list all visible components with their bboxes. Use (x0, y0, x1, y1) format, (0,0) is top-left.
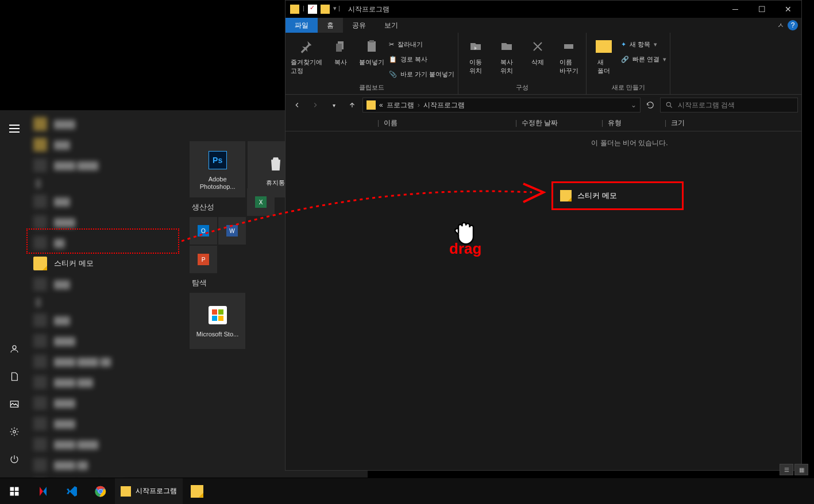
taskbar-app-explorer[interactable]: 시작프로그램 (115, 478, 183, 504)
taskbar-app-vscode[interactable] (57, 478, 86, 504)
tab-home[interactable]: 홈 (318, 18, 343, 33)
start-button[interactable] (0, 478, 29, 504)
empty-folder-message: 이 폴더는 비어 있습니다. (286, 131, 801, 148)
annotation-drag-label: drag (449, 240, 481, 258)
copy-to-button[interactable]: 복사 위치 (493, 35, 520, 82)
app-item[interactable]: ████ ████ (29, 155, 184, 176)
col-type[interactable]: |유형 (601, 118, 665, 128)
search-input[interactable]: 시작프로그램 검색 (660, 98, 798, 113)
paste-shortcut-button[interactable]: 📎바로 가기 붙여넣기 (389, 67, 454, 81)
forward-button[interactable] (307, 97, 323, 113)
tile-powerpoint[interactable]: P (190, 246, 217, 273)
rename-button[interactable]: 이름 바꾸기 (555, 35, 582, 82)
taskbar: 시작프로그램 (0, 478, 814, 504)
titlebar: | ▾ | 시작프로그램 ─ ☐ ✕ (286, 1, 801, 18)
svg-point-15 (99, 489, 102, 493)
app-item[interactable]: ████ ████ █████ (29, 475, 184, 478)
svg-point-0 (13, 346, 16, 349)
minimize-button[interactable]: ─ (722, 1, 749, 18)
settings-icon[interactable] (0, 418, 29, 445)
user-icon[interactable] (0, 335, 29, 363)
paste-button[interactable]: 붙여넣기 (358, 35, 385, 82)
app-item[interactable]: ████ (29, 212, 184, 232)
col-size[interactable]: |크기 (665, 118, 705, 128)
tile-store[interactable]: Microsoft Sto... (190, 293, 245, 349)
sticky-notes-icon (191, 485, 203, 498)
collapse-ribbon-icon[interactable]: ㅅ (777, 21, 784, 30)
help-icon[interactable]: ? (788, 20, 798, 30)
app-item[interactable]: ████ (29, 413, 184, 434)
svg-rect-7 (564, 44, 573, 49)
back-button[interactable] (289, 97, 305, 113)
recent-button[interactable]: ▾ (326, 97, 342, 113)
rename-icon (560, 37, 578, 56)
power-icon[interactable] (0, 445, 29, 473)
app-item[interactable]: ███ (29, 310, 184, 331)
app-item[interactable]: ████ (29, 331, 184, 351)
documents-icon[interactable] (0, 363, 29, 390)
recycle-bin-icon (264, 152, 288, 176)
start-menu-rail (0, 110, 29, 478)
list-header: █ (29, 176, 184, 191)
breadcrumb-startup[interactable]: 시작프로그램 (423, 100, 465, 110)
app-item[interactable]: ███ (29, 134, 184, 155)
app-item[interactable]: ████ ████ ██ (29, 351, 184, 372)
tab-view[interactable]: 보기 (375, 18, 407, 33)
new-item-button[interactable]: ✦새 항목 ▾ (621, 37, 666, 51)
app-item[interactable]: ████ ████ (29, 434, 184, 455)
taskbar-app-snip[interactable] (29, 478, 57, 504)
app-item[interactable]: ██ (29, 232, 184, 253)
cut-icon: ✂ (389, 41, 394, 48)
app-item[interactable]: ████ ██ (29, 455, 184, 475)
view-toggle: ☰ ▦ (780, 464, 808, 475)
sticky-notes-label: 스티커 메모 (54, 258, 94, 269)
organize-group-label: 구성 (462, 82, 582, 92)
app-item[interactable]: ███ (29, 274, 184, 294)
tile-outlook[interactable]: O (190, 217, 217, 245)
col-date[interactable]: |수정한 날짜 (515, 118, 601, 128)
app-item[interactable]: ████ (29, 393, 184, 413)
maximize-button[interactable]: ☐ (749, 1, 775, 18)
check-icon (308, 5, 317, 14)
app-item[interactable]: ████ ███ (29, 372, 184, 393)
close-button[interactable]: ✕ (775, 1, 801, 18)
up-button[interactable] (344, 97, 360, 113)
sticky-notes-app-item[interactable]: 스티커 메모 (29, 253, 184, 274)
tab-share[interactable]: 공유 (343, 18, 375, 33)
icons-view-button[interactable]: ▦ (794, 464, 808, 475)
app-item[interactable]: ████ (29, 114, 184, 134)
taskbar-app-chrome[interactable] (86, 478, 115, 504)
easy-access-button[interactable]: 🔗빠른 연결 ▾ (621, 52, 666, 66)
delete-button[interactable]: 삭제 (524, 35, 551, 82)
copy-path-button[interactable]: 📋경로 복사 (389, 52, 454, 66)
window-title: 시작프로그램 (345, 5, 389, 14)
address-bar[interactable]: « 프로그램 › 시작프로그램 ⌄ (362, 98, 641, 113)
svg-rect-4 (336, 44, 342, 52)
search-icon (665, 101, 673, 109)
taskbar-app-sticky-notes[interactable] (183, 478, 211, 504)
cut-button[interactable]: ✂잘라내기 (389, 37, 454, 51)
col-name[interactable]: |이름 (377, 118, 515, 128)
hamburger-icon[interactable] (0, 115, 29, 142)
list-header: █ (29, 294, 184, 310)
copy-button[interactable]: 복사 (327, 35, 354, 82)
tile-word[interactable]: W (218, 217, 246, 245)
tab-file[interactable]: 파일 (286, 18, 318, 33)
ribbon: 즐겨찾기에 고정 복사 붙여넣기 ✂잘라내기 📋경로 복사 📎바로 가기 붙여넣… (286, 33, 801, 95)
file-list[interactable]: |이름 |수정한 날짜 |유형 |크기 이 폴더는 비어 있습니다. (286, 115, 801, 454)
svg-rect-5 (368, 41, 376, 52)
pictures-icon[interactable] (0, 390, 29, 418)
office-tile-group[interactable]: O W P (190, 217, 246, 273)
move-to-button[interactable]: 이동 위치 (462, 35, 489, 82)
tile-photoshop[interactable]: Ps Adobe Photoshop... (190, 141, 245, 197)
refresh-button[interactable] (643, 98, 658, 113)
shortcut-icon: 📎 (389, 71, 397, 78)
new-folder-button[interactable]: 새 폴더 (590, 35, 618, 82)
app-item[interactable]: ███ (29, 191, 184, 212)
breadcrumb-programs[interactable]: 프로그램 (387, 100, 414, 110)
tile-excel[interactable]: X (247, 188, 275, 216)
new-item-icon: ✦ (621, 41, 626, 48)
details-view-button[interactable]: ☰ (780, 464, 793, 475)
svg-rect-11 (10, 491, 14, 495)
pin-button[interactable]: 즐겨찾기에 고정 (289, 35, 323, 82)
